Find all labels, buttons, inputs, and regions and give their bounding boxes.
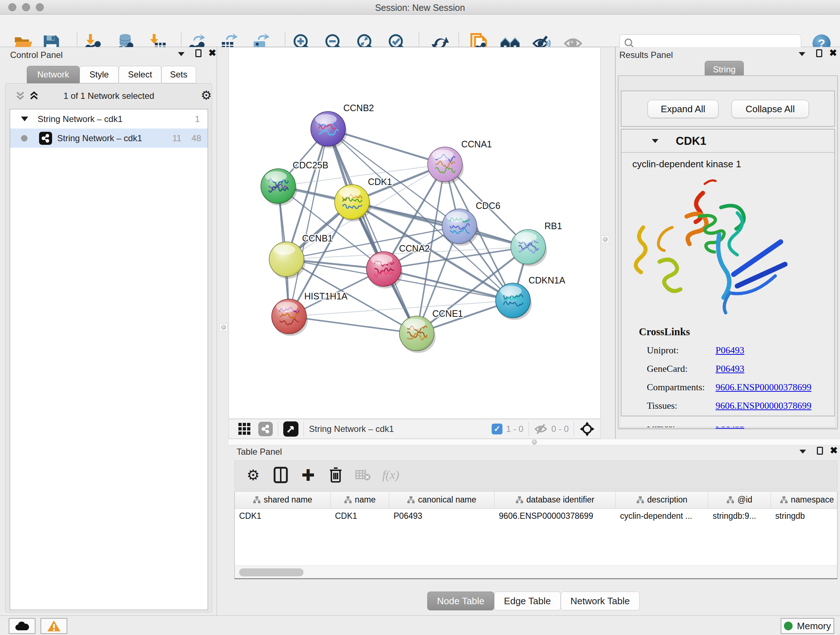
fit-selected-crosshair-icon[interactable] [579,421,595,437]
network-edge[interactable] [328,129,417,333]
status-bar: Memory [0,616,840,635]
horizontal-splitter[interactable] [229,439,840,445]
results-panel-float-icon[interactable] [816,49,822,57]
network-edge[interactable] [289,129,328,317]
column-header-shared-name[interactable]: shared name [235,491,331,508]
network-collection-row[interactable]: String Network – cdk1 1 [10,109,208,128]
table-cell[interactable]: cyclin-dependent ... [616,509,708,523]
string-results-container: Expand All Collapse All CDK1 cyclin-depe… [618,75,838,429]
control-panel-float-icon[interactable] [195,49,202,57]
tab-select[interactable]: Select [118,66,161,83]
selected-indicator-checkbox[interactable]: ✓ [492,424,502,434]
table-cell[interactable]: P06493 [389,509,494,523]
hidden-counts: 0 - 0 [551,424,569,434]
network-graph[interactable]: CCNB2CCNA1CDC25BCDK1CDC6RB1CCNB1CCNA2CDK… [229,48,600,418]
table-cell[interactable]: stringdb:9... [708,509,771,523]
show-columns-icon[interactable] [272,466,290,484]
column-header-description[interactable]: description [616,491,708,508]
table-scrollbar-thumb[interactable] [239,568,303,576]
control-panel: Control Panel ✖ Network Style Select Set… [0,47,217,616]
left-splitter-handle[interactable] [219,323,227,331]
column-header-label: name [355,495,376,505]
expand-all-button[interactable]: Expand All [647,100,718,118]
collapse-all-button[interactable]: Collapse All [731,100,809,118]
string-view-icon[interactable] [258,422,273,436]
memory-button[interactable]: Memory [781,618,834,634]
network-node-CDK1[interactable]: CDK1 [335,177,392,222]
tab-node-table[interactable]: Node Table [427,592,494,610]
collection-expanded-icon[interactable] [21,117,28,121]
table-horizontal-scrollbar[interactable] [235,565,837,578]
column-header-name[interactable]: name [331,491,389,508]
memory-status-dot-icon [784,622,793,630]
crosslink-value-link[interactable]: 9606.ENSP00000378699 [715,382,812,393]
crosslink-value-link[interactable]: P06493 [715,363,744,374]
column-header--id[interactable]: @id [708,491,771,508]
column-header-label: namespace [791,495,834,505]
network-view-toolbar: String Network – cdk1 ✓ 1 - 0 0 - 0 [229,419,600,439]
table-cell[interactable]: CDK1 [235,509,331,523]
left-splitter[interactable] [217,47,229,616]
network-row-selected[interactable]: String Network – cdk1 11 48 [10,128,208,148]
network-edge[interactable] [289,317,417,333]
network-node-CCNB2[interactable]: CCNB2 [311,103,374,149]
delete-column-icon[interactable] [327,466,345,484]
table-cell[interactable]: stringdb [771,509,837,523]
network-canvas[interactable]: CCNB2CCNA1CDC25BCDK1CDC6RB1CCNB1CCNA2CDK… [229,47,600,419]
protein-section-expanded-icon[interactable] [652,139,658,143]
create-column-icon[interactable]: ✚ [299,466,317,484]
network-node-RB1[interactable]: RB1 [511,221,562,266]
net-toolbar-divider [303,422,304,436]
table-panel-close-icon[interactable]: ✖ [830,447,838,454]
table-cell[interactable]: CDK1 [331,509,389,523]
table-row[interactable]: CDK1CDK1P064939606.ENSP00000378699cyclin… [235,509,837,523]
crosslink-row: GeneCard:P06493 [647,359,828,378]
network-selection-status: 1 of 1 Network selected [5,91,212,101]
node-table[interactable]: shared namenamecanonical namedatabase id… [234,491,837,579]
control-panel-close-icon[interactable]: ✖ [208,49,216,57]
horizontal-splitter-handle[interactable] [532,440,537,445]
tab-network[interactable]: Network [27,66,80,83]
results-panel-menu-icon[interactable] [799,52,805,56]
protein-section: CDK1 cyclin-dependent kinase 1 [621,129,835,416]
cloud-status-button[interactable] [9,618,35,634]
tab-sets[interactable]: Sets [161,66,196,83]
right-splitter-handle[interactable] [601,235,609,243]
control-panel-menu-icon[interactable] [178,52,185,56]
table-panel-title: Table Panel [237,447,282,457]
table-panel-menu-icon[interactable] [799,450,806,454]
protein-section-header[interactable]: CDK1 [622,130,834,153]
title-bar: Session: New Session [0,0,840,14]
table-panel-float-icon[interactable] [817,447,823,455]
hidden-eye-icon[interactable] [534,423,548,435]
grid-view-icon[interactable] [238,423,250,435]
crosslink-value-link[interactable]: 9606.ENSP00000378699 [715,401,812,411]
tab-network-table[interactable]: Network Table [561,592,639,610]
warnings-button[interactable] [41,618,67,634]
results-scroll-strip[interactable] [621,417,835,426]
column-header-label: @id [737,495,752,505]
crosslink-label: Tissues: [647,401,715,411]
node-label: CCNA1 [461,139,492,149]
table-cell[interactable]: 9606.ENSP00000378699 [494,509,616,523]
column-header-database-identifier[interactable]: database identifier [494,491,616,508]
table-options-gear-icon[interactable]: ⚙ [244,466,262,484]
network-row-label: String Network – cdk1 [57,133,142,143]
node-label: CDK1 [368,177,392,187]
results-panel-close-icon[interactable]: ✖ [829,49,837,57]
net-toolbar-divider [574,422,574,436]
network-node-CCNA1[interactable]: CCNA1 [428,139,492,184]
birds-eye-view-icon[interactable] [283,421,298,437]
crosslink-value-link[interactable]: P06493 [715,345,744,356]
network-edge-count: 48 [191,133,201,143]
network-node-CDC6[interactable]: CDC6 [442,201,500,246]
network-node-CDKN1A[interactable]: CDKN1A [496,275,565,320]
network-node-HIST1H1A[interactable]: HIST1H1A [272,291,347,336]
network-options-gear-icon[interactable]: ⚙ [201,88,212,103]
column-header-canonical-name[interactable]: canonical name [389,491,494,508]
column-header-namespace[interactable]: namespace [771,491,837,508]
right-splitter[interactable] [600,47,616,439]
tab-edge-table[interactable]: Edge Table [494,592,561,610]
tab-style[interactable]: Style [80,66,118,83]
crosslink-label: Compartments: [647,382,715,393]
